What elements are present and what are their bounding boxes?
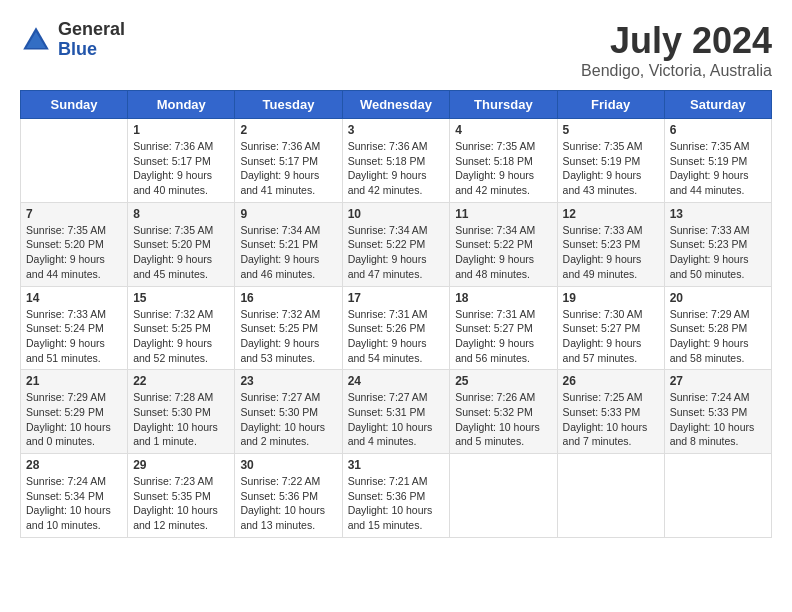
calendar-cell: 19 Sunrise: 7:30 AM Sunset: 5:27 PM Dayl… <box>557 286 664 370</box>
calendar-week-row: 1 Sunrise: 7:36 AM Sunset: 5:17 PM Dayli… <box>21 119 772 203</box>
daylight-text: Daylight: 9 hours and 44 minutes. <box>670 169 749 196</box>
daylight-text: Daylight: 9 hours and 45 minutes. <box>133 253 212 280</box>
page-header: General Blue July 2024 Bendigo, Victoria… <box>20 20 772 80</box>
day-number: 14 <box>26 291 122 305</box>
day-number: 8 <box>133 207 229 221</box>
day-number: 17 <box>348 291 445 305</box>
calendar-cell: 8 Sunrise: 7:35 AM Sunset: 5:20 PM Dayli… <box>128 202 235 286</box>
day-number: 19 <box>563 291 659 305</box>
sunrise-text: Sunrise: 7:31 AM <box>348 308 428 320</box>
cell-info: Sunrise: 7:30 AM Sunset: 5:27 PM Dayligh… <box>563 307 659 366</box>
calendar-cell: 14 Sunrise: 7:33 AM Sunset: 5:24 PM Dayl… <box>21 286 128 370</box>
cell-info: Sunrise: 7:35 AM Sunset: 5:19 PM Dayligh… <box>563 139 659 198</box>
cell-info: Sunrise: 7:36 AM Sunset: 5:18 PM Dayligh… <box>348 139 445 198</box>
day-number: 18 <box>455 291 551 305</box>
daylight-text: Daylight: 10 hours and 13 minutes. <box>240 504 325 531</box>
daylight-text: Daylight: 9 hours and 42 minutes. <box>455 169 534 196</box>
sunset-text: Sunset: 5:22 PM <box>455 238 533 250</box>
day-number: 23 <box>240 374 336 388</box>
calendar-cell <box>557 454 664 538</box>
daylight-text: Daylight: 9 hours and 57 minutes. <box>563 337 642 364</box>
day-number: 20 <box>670 291 766 305</box>
sunrise-text: Sunrise: 7:33 AM <box>26 308 106 320</box>
sunset-text: Sunset: 5:33 PM <box>670 406 748 418</box>
calendar-cell: 26 Sunrise: 7:25 AM Sunset: 5:33 PM Dayl… <box>557 370 664 454</box>
sunrise-text: Sunrise: 7:36 AM <box>133 140 213 152</box>
daylight-text: Daylight: 10 hours and 10 minutes. <box>26 504 111 531</box>
cell-info: Sunrise: 7:35 AM Sunset: 5:18 PM Dayligh… <box>455 139 551 198</box>
sunset-text: Sunset: 5:19 PM <box>670 155 748 167</box>
sunset-text: Sunset: 5:33 PM <box>563 406 641 418</box>
sunrise-text: Sunrise: 7:23 AM <box>133 475 213 487</box>
cell-info: Sunrise: 7:33 AM Sunset: 5:23 PM Dayligh… <box>563 223 659 282</box>
cell-info: Sunrise: 7:25 AM Sunset: 5:33 PM Dayligh… <box>563 390 659 449</box>
sunrise-text: Sunrise: 7:34 AM <box>240 224 320 236</box>
daylight-text: Daylight: 9 hours and 56 minutes. <box>455 337 534 364</box>
daylight-text: Daylight: 9 hours and 41 minutes. <box>240 169 319 196</box>
sunrise-text: Sunrise: 7:30 AM <box>563 308 643 320</box>
sunrise-text: Sunrise: 7:26 AM <box>455 391 535 403</box>
calendar-cell: 9 Sunrise: 7:34 AM Sunset: 5:21 PM Dayli… <box>235 202 342 286</box>
calendar-cell: 17 Sunrise: 7:31 AM Sunset: 5:26 PM Dayl… <box>342 286 450 370</box>
day-number: 6 <box>670 123 766 137</box>
daylight-text: Daylight: 9 hours and 58 minutes. <box>670 337 749 364</box>
day-number: 24 <box>348 374 445 388</box>
sunset-text: Sunset: 5:17 PM <box>133 155 211 167</box>
cell-info: Sunrise: 7:34 AM Sunset: 5:21 PM Dayligh… <box>240 223 336 282</box>
day-number: 28 <box>26 458 122 472</box>
sunrise-text: Sunrise: 7:24 AM <box>670 391 750 403</box>
cell-info: Sunrise: 7:28 AM Sunset: 5:30 PM Dayligh… <box>133 390 229 449</box>
sunset-text: Sunset: 5:34 PM <box>26 490 104 502</box>
daylight-text: Daylight: 9 hours and 47 minutes. <box>348 253 427 280</box>
sunset-text: Sunset: 5:23 PM <box>670 238 748 250</box>
sunset-text: Sunset: 5:18 PM <box>455 155 533 167</box>
cell-info: Sunrise: 7:33 AM Sunset: 5:23 PM Dayligh… <box>670 223 766 282</box>
sunset-text: Sunset: 5:29 PM <box>26 406 104 418</box>
sunrise-text: Sunrise: 7:34 AM <box>348 224 428 236</box>
daylight-text: Daylight: 9 hours and 46 minutes. <box>240 253 319 280</box>
sunrise-text: Sunrise: 7:33 AM <box>563 224 643 236</box>
sunset-text: Sunset: 5:23 PM <box>563 238 641 250</box>
sunset-text: Sunset: 5:25 PM <box>133 322 211 334</box>
weekday-header-row: SundayMondayTuesdayWednesdayThursdayFrid… <box>21 91 772 119</box>
sunset-text: Sunset: 5:36 PM <box>240 490 318 502</box>
sunset-text: Sunset: 5:27 PM <box>455 322 533 334</box>
day-number: 9 <box>240 207 336 221</box>
sunrise-text: Sunrise: 7:22 AM <box>240 475 320 487</box>
calendar-cell: 1 Sunrise: 7:36 AM Sunset: 5:17 PM Dayli… <box>128 119 235 203</box>
calendar-table: SundayMondayTuesdayWednesdayThursdayFrid… <box>20 90 772 538</box>
cell-info: Sunrise: 7:29 AM Sunset: 5:29 PM Dayligh… <box>26 390 122 449</box>
sunrise-text: Sunrise: 7:21 AM <box>348 475 428 487</box>
day-number: 7 <box>26 207 122 221</box>
day-number: 3 <box>348 123 445 137</box>
cell-info: Sunrise: 7:24 AM Sunset: 5:33 PM Dayligh… <box>670 390 766 449</box>
sunrise-text: Sunrise: 7:29 AM <box>670 308 750 320</box>
cell-info: Sunrise: 7:24 AM Sunset: 5:34 PM Dayligh… <box>26 474 122 533</box>
daylight-text: Daylight: 10 hours and 2 minutes. <box>240 421 325 448</box>
day-number: 5 <box>563 123 659 137</box>
sunset-text: Sunset: 5:25 PM <box>240 322 318 334</box>
sunrise-text: Sunrise: 7:36 AM <box>348 140 428 152</box>
sunrise-text: Sunrise: 7:31 AM <box>455 308 535 320</box>
sunrise-text: Sunrise: 7:27 AM <box>348 391 428 403</box>
sunset-text: Sunset: 5:32 PM <box>455 406 533 418</box>
cell-info: Sunrise: 7:34 AM Sunset: 5:22 PM Dayligh… <box>455 223 551 282</box>
calendar-cell: 15 Sunrise: 7:32 AM Sunset: 5:25 PM Dayl… <box>128 286 235 370</box>
sunset-text: Sunset: 5:28 PM <box>670 322 748 334</box>
day-number: 31 <box>348 458 445 472</box>
logo-general: General <box>58 20 125 40</box>
cell-info: Sunrise: 7:34 AM Sunset: 5:22 PM Dayligh… <box>348 223 445 282</box>
sunset-text: Sunset: 5:21 PM <box>240 238 318 250</box>
day-number: 29 <box>133 458 229 472</box>
sunset-text: Sunset: 5:24 PM <box>26 322 104 334</box>
daylight-text: Daylight: 9 hours and 49 minutes. <box>563 253 642 280</box>
calendar-week-row: 21 Sunrise: 7:29 AM Sunset: 5:29 PM Dayl… <box>21 370 772 454</box>
calendar-cell <box>450 454 557 538</box>
day-number: 30 <box>240 458 336 472</box>
calendar-cell: 12 Sunrise: 7:33 AM Sunset: 5:23 PM Dayl… <box>557 202 664 286</box>
sunrise-text: Sunrise: 7:35 AM <box>670 140 750 152</box>
day-number: 22 <box>133 374 229 388</box>
cell-info: Sunrise: 7:33 AM Sunset: 5:24 PM Dayligh… <box>26 307 122 366</box>
daylight-text: Daylight: 10 hours and 8 minutes. <box>670 421 755 448</box>
cell-info: Sunrise: 7:31 AM Sunset: 5:27 PM Dayligh… <box>455 307 551 366</box>
